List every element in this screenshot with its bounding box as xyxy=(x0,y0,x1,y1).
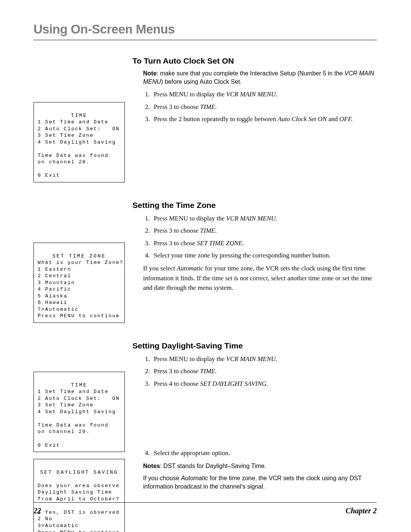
menu-line: 2 No xyxy=(38,516,53,522)
steps-dst-a: Press MENU to display the VCR MAIN MENU.… xyxy=(151,354,377,389)
step-item: Select the appropriate option. xyxy=(151,448,377,458)
step-text: Press 3 to choose xyxy=(154,103,200,110)
sidebar-col-1: TIME1 Set Time and Date 2 Auto Clock Set… xyxy=(33,56,132,189)
menu-line: 4 Pacific xyxy=(38,286,71,292)
step-text: Press 3 to choose xyxy=(154,227,200,234)
notes-text: : DST stands for Daylight–Saving Time. xyxy=(160,463,266,469)
menu-set-dst: SET DAYLIGHT SAVING Does your area obser… xyxy=(33,459,125,532)
menu-line: on channel 20. xyxy=(38,159,90,165)
sidebar-col-2: SET TIME ZONEWhat is your Time Zone? 1 E… xyxy=(33,201,132,330)
section-time-zone: SET TIME ZONEWhat is your Time Zone? 1 E… xyxy=(33,201,377,330)
menu-line: 0 Exit xyxy=(38,443,60,448)
menu-line: 3 Mountain xyxy=(38,280,75,286)
menu-line: 1 Set Time and Date xyxy=(38,119,108,125)
page-container: Using On-Screen Menus TIME1 Set Time and… xyxy=(0,0,411,532)
menu-line: Time Data was found xyxy=(38,153,108,158)
para-italic: Automatic xyxy=(177,265,203,272)
step-text: and xyxy=(327,115,339,123)
para-text: If you select xyxy=(143,265,177,272)
step-item: Press 3 to chose SET TIME ZONE. xyxy=(151,238,377,248)
notes-dst: Notes: DST stands for Daylight–Saving Ti… xyxy=(143,462,377,470)
step-italic: VCR MAIN MENU. xyxy=(226,215,277,222)
notes-label: Notes xyxy=(143,463,160,469)
menu-title: TIME xyxy=(38,112,121,119)
page-footer: 22 Chapter 2 xyxy=(33,502,377,515)
step-italic: TIME. xyxy=(200,227,217,234)
page-number: 22 xyxy=(33,506,41,515)
step-italic: TIME. xyxy=(200,103,217,110)
step-item: Press 4 to choose SET DAYLIGHT SAVING. xyxy=(151,379,377,389)
menu-line: 4 Set Daylight Saving xyxy=(38,409,116,415)
step-item: Press 3 to choose TIME. xyxy=(151,226,377,236)
menu-line: Daylight Saving Time xyxy=(38,489,112,495)
heading-dst: Setting Daylight-Saving Time xyxy=(132,341,377,350)
step-item: Press MENU to display the VCR MAIN MENU. xyxy=(151,89,377,99)
menu-line: 4 Set Daylight Saving xyxy=(38,139,116,145)
content-col-1: To Turn Auto Clock Set ON Note: make sur… xyxy=(132,56,377,126)
steps-auto-clock: Press MENU to display the VCR MAIN MENU.… xyxy=(151,89,377,124)
menu-line: 6 Hawaii xyxy=(38,300,67,305)
menu-line: 0 Exit xyxy=(38,173,60,178)
step-text: Press MENU to display the xyxy=(154,215,226,222)
step-text: Select the appropriate option. xyxy=(154,449,230,457)
steps-dst-b: Select the appropriate option. xyxy=(151,448,377,458)
page-title: Using On-Screen Menus xyxy=(33,22,377,40)
para-dst: If you choose Automatic for the time zon… xyxy=(143,474,377,490)
para-time-zone: If you select Automatic for your time zo… xyxy=(143,264,377,293)
menu-line: Press MENU to continue xyxy=(38,313,120,319)
menu-set-time-zone: SET TIME ZONEWhat is your Time Zone? 1 E… xyxy=(33,243,125,323)
step-text: Press 4 to choose xyxy=(154,380,200,387)
menu-line: Press MENU to continue xyxy=(38,530,120,532)
menu-line: 1 Eastern xyxy=(38,267,71,272)
section-auto-clock: TIME1 Set Time and Date 2 Auto Clock Set… xyxy=(33,56,377,189)
menu-line: 7>Automatic xyxy=(38,307,79,312)
step-text: Select your time zone by pressing the co… xyxy=(154,252,331,259)
menu-time-2: TIME1 Set Time and Date 2 Auto Clock Set… xyxy=(33,372,125,452)
step-italic: Auto Clock Set ON xyxy=(278,115,327,123)
step-italic: OFF. xyxy=(339,115,353,123)
menu-line: on channel 20. xyxy=(38,429,90,435)
steps-time-zone: Press MENU to display the VCR MAIN MENU.… xyxy=(151,214,377,260)
note-text: : make sure that you complete the Intera… xyxy=(157,70,345,77)
menu-line: 3 Set Time Zone xyxy=(38,133,94,138)
step-text: Press MENU to display the xyxy=(154,91,226,98)
step-item: Select your time zone by pressing the co… xyxy=(151,251,377,260)
heading-auto-clock: To Turn Auto Clock Set ON xyxy=(132,56,377,66)
step-italic: SET DAYLIGHT SAVING. xyxy=(200,380,268,387)
menu-line: 5 Alaska xyxy=(38,293,67,299)
menu-time-1: TIME1 Set Time and Date 2 Auto Clock Set… xyxy=(33,102,125,182)
menu-line: 2 Auto Clock Set: ON xyxy=(38,396,120,401)
step-item: Press MENU to display the VCR MAIN MENU. xyxy=(151,354,377,364)
step-italic: SET TIME ZONE. xyxy=(197,240,244,247)
step-item: Press the 2 button repeatedly to toggle … xyxy=(151,114,377,124)
chapter-label: Chapter 2 xyxy=(346,506,377,515)
content-col-2: Setting the Time Zone Press MENU to disp… xyxy=(132,201,377,297)
content-col-3: Setting Daylight-Saving Time Press MENU … xyxy=(132,341,377,494)
step-text: Press 3 to choose xyxy=(154,367,200,375)
menu-line: 1 Set Time and Date xyxy=(38,389,108,395)
menu-title: SET TIME ZONE xyxy=(38,253,121,260)
heading-time-zone: Setting the Time Zone xyxy=(132,201,377,210)
note-auto-clock: Note: make sure that you complete the In… xyxy=(143,69,377,86)
step-text: Press the 2 button repeatedly to toggle … xyxy=(154,115,278,123)
menu-title: SET DAYLIGHT SAVING xyxy=(38,469,121,476)
step-italic: VCR MAIN MENU. xyxy=(226,355,277,363)
para-italic: Automatic xyxy=(181,475,208,481)
note-text: ) before using Auto Clock Set. xyxy=(161,78,242,85)
menu-line: Does your area observe xyxy=(38,483,120,489)
menu-line: Time Data was found xyxy=(38,422,108,428)
menu-line: 3>Automatic xyxy=(38,523,79,529)
menu-line: 3 Set Time Zone xyxy=(38,402,94,408)
step-text: Press 3 to chose xyxy=(154,240,197,247)
menu-line: from April to October? xyxy=(38,496,120,502)
para-text: If you choose xyxy=(143,475,181,481)
menu-line: What is your Time Zone? xyxy=(38,260,123,265)
step-item: Press 3 to choose TIME. xyxy=(151,102,377,112)
step-item: Press MENU to display the VCR MAIN MENU. xyxy=(151,214,377,224)
step-text: Press MENU to display the xyxy=(154,355,226,363)
step-italic: TIME. xyxy=(200,367,217,375)
step-item: Press 3 to choose TIME. xyxy=(151,366,377,376)
note-label: Note xyxy=(143,70,157,77)
menu-title: TIME xyxy=(38,382,121,389)
menu-line: 2 Auto Clock Set: ON xyxy=(38,126,120,132)
